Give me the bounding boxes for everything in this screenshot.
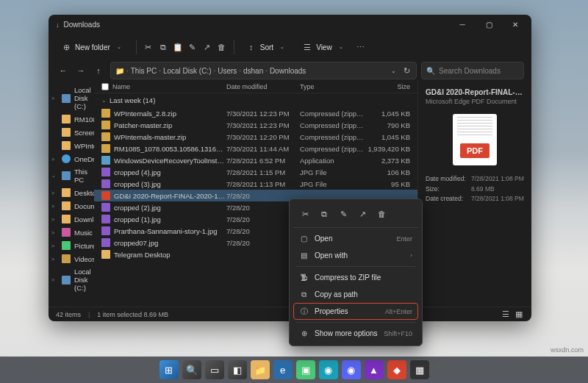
jpg-icon	[101, 226, 110, 235]
ctx-more-options[interactable]: ⊕Show more optionsShift+F10	[293, 325, 418, 342]
file-row[interactable]: RM1085_1078.0053.10586.13169.12742…7/30/…	[94, 143, 417, 154]
file-size: 2,373 KB	[366, 157, 410, 165]
taskbar-search-icon[interactable]: 🔍	[182, 360, 201, 379]
file-date: 7/28/2021 1:13 PM	[226, 180, 300, 188]
file-explorer-icon[interactable]: 📁	[251, 360, 270, 379]
sidebar-item[interactable]: >Music	[50, 226, 93, 239]
breadcrumb[interactable]: 📁› This PC› Local Disk (C:)› Users› dsha…	[110, 62, 417, 79]
ctx-copy-path[interactable]: ⧉Copy as path	[293, 286, 418, 303]
forward-button[interactable]: →	[74, 63, 88, 78]
zip-icon	[101, 144, 110, 153]
col-size[interactable]: Size	[366, 83, 410, 90]
ctx-open[interactable]: ▢OpenEnter	[293, 230, 418, 247]
app-icon[interactable]: ◉	[319, 360, 338, 379]
sidebar-item-label: WPInternals	[74, 142, 94, 150]
details-title: GD&I 2020-Report-FINAL-20…	[426, 88, 524, 96]
group-header[interactable]: Last week (14)	[94, 93, 417, 107]
rename-icon[interactable]: ✎	[187, 42, 198, 52]
share-icon[interactable]: ↗	[202, 42, 212, 52]
col-name[interactable]: Name	[112, 83, 130, 90]
sidebar[interactable]: >Local Disk (C:)RM1085_1078.0…Screenshot…	[49, 81, 94, 307]
thumbnails-view-icon[interactable]: ▦	[514, 309, 524, 320]
details-view-icon[interactable]: ☰	[501, 309, 511, 320]
edge-icon[interactable]: e	[273, 360, 293, 379]
delete-icon[interactable]: 🗑	[217, 42, 227, 52]
cut-icon[interactable]: ✂	[143, 42, 154, 52]
new-folder-button[interactable]: ⊕New folder⌄	[56, 39, 129, 55]
select-all-checkbox[interactable]	[101, 83, 109, 90]
sidebar-item[interactable]: RM1085_1078.0…	[50, 112, 93, 126]
app-icon[interactable]: ▦	[410, 360, 429, 379]
ctx-cut-icon[interactable]: ✂	[296, 205, 314, 223]
jpg-icon	[101, 179, 110, 188]
path-icon: ⧉	[299, 290, 309, 299]
column-headers[interactable]: Name Date modified Type Size	[94, 81, 417, 93]
file-row[interactable]: Patcher-master.zip7/30/2021 12:23 PMComp…	[94, 119, 417, 131]
app-icon[interactable]: ▣	[296, 360, 315, 379]
sidebar-item[interactable]: >Local Disk (C:)	[50, 84, 93, 112]
ctx-delete-icon[interactable]: 🗑	[373, 205, 390, 223]
ctx-copy-icon[interactable]: ⧉	[315, 205, 333, 223]
pc-icon	[62, 171, 71, 180]
file-date: 7/28/2021 6:52 PM	[226, 157, 300, 165]
start-button[interactable]: ⊞	[159, 360, 179, 379]
file-row[interactable]: WPInternals_2.8.zip7/30/2021 12:23 PMCom…	[94, 107, 417, 119]
titlebar[interactable]: Downloads ─ ▢ ✕	[49, 15, 531, 34]
sidebar-item[interactable]: ⌄This PC	[50, 165, 93, 186]
ctx-rename-icon[interactable]: ✎	[334, 205, 352, 223]
crumb[interactable]: Local Disk (C:)	[163, 67, 212, 75]
chevron-down-icon: ⌄	[336, 42, 346, 52]
app-icon[interactable]: ◆	[387, 360, 406, 379]
sidebar-item[interactable]: >Videos	[50, 252, 93, 265]
back-button[interactable]: ←	[56, 63, 71, 78]
sidebar-item[interactable]: >OneDrive	[50, 152, 93, 165]
crumb[interactable]: Downloads	[270, 67, 306, 75]
close-button[interactable]: ✕	[502, 15, 528, 34]
maximize-button[interactable]: ▢	[476, 15, 502, 34]
chevron-down-icon[interactable]: ⌄	[388, 65, 398, 76]
app-icon[interactable]: ▲	[365, 360, 384, 379]
file-row[interactable]: WPInternals-master.zip7/30/2021 12:20 PM…	[94, 131, 417, 143]
file-size: 95 KB	[366, 180, 410, 188]
ctx-open-with[interactable]: ▤Open with›	[293, 247, 418, 264]
sidebar-item[interactable]: >Documents	[50, 199, 93, 212]
view-button[interactable]: ☰View⌄	[297, 39, 351, 55]
sidebar-item[interactable]: Screenshots	[50, 126, 93, 139]
jpg-icon	[101, 215, 110, 223]
minimize-button[interactable]: ─	[449, 15, 476, 34]
sidebar-item[interactable]: >Pictures	[50, 239, 93, 252]
folder-icon	[62, 215, 71, 223]
ctx-share-icon[interactable]: ↗	[354, 205, 371, 223]
ctx-more-label: Show more options	[315, 329, 378, 337]
pic-icon	[62, 241, 71, 250]
sidebar-item[interactable]: >Local Disk (C:)	[50, 265, 93, 294]
refresh-icon[interactable]: ↻	[401, 65, 412, 76]
crumb[interactable]: Users	[218, 67, 237, 75]
taskbar[interactable]: ⊞ 🔍 ▭ ◧ 📁 e ▣ ◉ ◉ ▲ ◆ ▦	[0, 357, 588, 383]
col-date[interactable]: Date modified	[226, 83, 300, 90]
sidebar-item[interactable]: WPInternals	[50, 139, 93, 152]
file-row[interactable]: cropped (3).jpg7/28/2021 1:13 PMJPG File…	[94, 178, 417, 190]
file-row[interactable]: WindowsDeviceRecoveryToolInstaller (…7/2…	[94, 154, 417, 166]
file-row[interactable]: cropped (4).jpg7/28/2021 1:15 PMJPG File…	[94, 166, 417, 178]
crumb[interactable]: dshan	[243, 67, 263, 75]
chevron-down-icon: ⌄	[277, 42, 287, 52]
copy-icon[interactable]: ⧉	[158, 42, 168, 52]
widgets-icon[interactable]: ◧	[228, 360, 247, 379]
crumb[interactable]: This PC	[131, 67, 157, 75]
up-button[interactable]: ↑	[91, 63, 106, 78]
sort-button[interactable]: ↕Sort⌄	[241, 39, 293, 55]
folder-icon	[62, 141, 71, 150]
sidebar-item[interactable]: >Desktop	[50, 186, 93, 199]
folder-icon	[101, 250, 110, 259]
discord-icon[interactable]: ◉	[342, 360, 361, 379]
sidebar-item[interactable]: >Downloads	[50, 212, 93, 226]
task-view-icon[interactable]: ▭	[205, 360, 224, 379]
col-type[interactable]: Type	[300, 83, 366, 90]
file-type: Compressed (zipp…	[300, 145, 366, 153]
ctx-properties[interactable]: ⓘPropertiesAlt+Enter	[293, 303, 418, 320]
more-icon[interactable]: ⋯	[356, 42, 366, 52]
ctx-compress[interactable]: 🗜Compress to ZIP file	[293, 269, 418, 286]
paste-icon[interactable]: 📋	[173, 42, 183, 52]
search-input[interactable]: 🔍 Search Downloads	[421, 62, 524, 79]
